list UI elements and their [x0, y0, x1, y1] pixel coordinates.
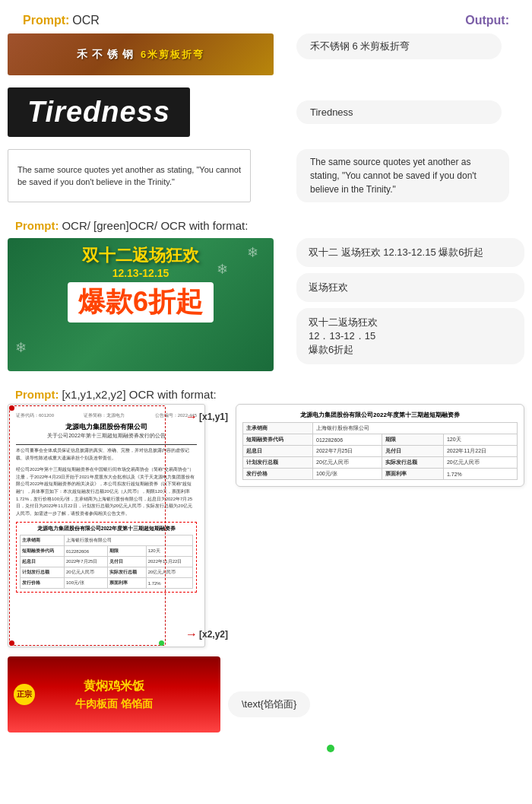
output-header: Output:	[465, 14, 509, 27]
image-col-tiredness: Tiredness	[8, 87, 289, 137]
output-bubble-quote: The same source quotes yet another as st…	[296, 149, 509, 202]
image-col-quote: The same source quotes yet another as st…	[8, 149, 289, 202]
table-cell-key: 发行价格	[243, 469, 313, 480]
table-card: 龙源电力集团股份有限公司2022年度第十三期超短期融资券 主承销商 上海银行股份…	[236, 404, 524, 487]
doc-body-text-2: 经公司2022年第十三期超短期融资券在中国银行间市场交易商协会（简称"交易商协会…	[16, 466, 197, 517]
tiredness-image: Tiredness	[8, 87, 190, 137]
output-col-tiredness: Tiredness	[296, 100, 524, 124]
row-tiredness: Tiredness Tiredness	[0, 84, 532, 140]
kfc-output3-line2: 12．13-12．15	[309, 330, 375, 342]
quote-text: The same source quotes yet another as st…	[17, 164, 241, 189]
output-col-metal: 禾不锈钢 6 米剪板折弯	[296, 33, 524, 59]
snowflake-icon: ❄	[247, 244, 258, 261]
prompt-text-2: OCR/ [green]OCR/ OCR with format:	[62, 219, 248, 232]
restaurant-top-text: 黄焖鸡米饭	[84, 678, 144, 694]
tiredness-text: Tiredness	[27, 96, 170, 129]
document-right-wrap: 龙源电力集团股份有限公司2022年度第十三期超短期融资券 主承销商 上海银行股份…	[236, 404, 524, 487]
table-row: 计划发行总额 20亿元人民币 实际发行总额 20亿元人民币	[243, 457, 518, 469]
row-metal-sign: 禾 不 锈 钢 6米剪板折弯 禾不锈钢 6 米剪板折弯	[0, 30, 532, 78]
prompt-label: Prompt:	[23, 14, 69, 27]
coord-tl-label-wrap: → [x1,y1]	[185, 410, 228, 424]
output-bubble-restaurant: \text{馅馅面}	[228, 691, 310, 717]
coord-br-label-wrap: → [x2,y2]	[185, 628, 228, 641]
section-header-2: Prompt: OCR/ [green]OCR/ OCR with format…	[0, 211, 532, 235]
kfc-date: 12.13-12.15	[112, 267, 169, 279]
table-cell-val: 20亿元人民币	[443, 457, 517, 469]
row-kfc: 双十二返场狂欢 12.13-12.15 爆款6折起 ❄ ❄ ❄ 双十二 返场狂欢…	[0, 235, 532, 374]
table-card-title: 龙源电力集团股份有限公司2022年度第十三期超短期融资券	[242, 411, 518, 419]
output-bubble-kfc-1: 双十二 返场狂欢 12.13-12.15 爆款6折起	[296, 238, 524, 267]
metal-sign-image: 禾 不 锈 钢 6米剪板折弯	[8, 33, 274, 75]
arrow-right-tl: →	[185, 410, 198, 424]
doc-subtitle: 关于公司2022年第十三期超短期融资券发行的公告	[16, 432, 197, 440]
table-cell-key: 实际发行总额	[382, 457, 443, 469]
table-cell-key: 票面利率	[382, 469, 443, 480]
kfc-image: 双十二返场狂欢 12.13-12.15 爆款6折起 ❄ ❄ ❄	[8, 238, 274, 371]
table-cell-key: 起息日	[243, 446, 313, 457]
table-row: 主承销商 上海银行股份有限公司	[243, 423, 518, 434]
table-cell-val: 100元/张	[313, 469, 382, 480]
inner-table-title: 龙源电力集团股份有限公司2022年度第十三期超短期融资券	[20, 526, 193, 532]
table-row: 发行价格 100元/张 票面利率 1.72%	[243, 469, 518, 480]
prompt-label-2: Prompt:	[15, 219, 59, 232]
output-bubble-tiredness: Tiredness	[296, 100, 502, 124]
restaurant-image-wrap: 正宗 黄焖鸡米饭 牛肉板面 馅馅面	[8, 656, 220, 732]
table-cell-val: 2022年11月22日	[443, 446, 517, 457]
table-cell-val: 120天	[443, 434, 517, 446]
restaurant-badge: 正宗	[14, 684, 35, 705]
image-col-kfc: 双十二返场狂欢 12.13-12.15 爆款6折起 ❄ ❄ ❄	[8, 238, 289, 371]
output-col-quote: The same source quotes yet another as st…	[296, 149, 524, 202]
green-dot-bottom	[327, 745, 334, 752]
row-quote: The same source quotes yet another as st…	[0, 146, 532, 205]
table-cell-key: 短期融资券代码	[243, 434, 313, 446]
table-cell-val: 1.72%	[443, 469, 517, 480]
table-cell-val: 012282606	[313, 434, 382, 446]
arrow-right-br: →	[185, 628, 198, 641]
kfc-sale-text: 爆款6折起	[78, 286, 203, 317]
table-cell-key: 计划发行总额	[243, 457, 313, 469]
prompt-label-3: Prompt:	[15, 388, 59, 401]
coord-br: [x2,y2]	[199, 629, 228, 640]
page-container: Prompt: OCR Output: 禾 不 锈 钢 6米剪板折弯 禾不锈钢 …	[0, 0, 532, 764]
table-row: 起息日 2022年7月25日 兑付日 2022年11月22日	[243, 446, 518, 457]
output-col-kfc: 双十二 返场狂欢 12.13-12.15 爆款6折起 返场狂欢 双十二返场狂欢 …	[296, 238, 524, 364]
kfc-sale: 爆款6折起	[68, 282, 214, 323]
kfc-output3-line1: 双十二返场狂欢	[309, 316, 378, 328]
document-image: 证券代码：601200 证券简称：龙源电力 公告编号：2022-445 龙源电力…	[8, 404, 205, 647]
table-cell-key: 期限	[382, 434, 443, 446]
output-label: Output:	[465, 14, 509, 27]
doc-company: 龙源电力集团股份有限公司	[16, 422, 197, 432]
detail-table: 主承销商 上海银行股份有限公司 短期融资券代码 012282606 期限 120…	[242, 422, 518, 480]
restaurant-bottom-text: 牛肉板面 馅馅面	[75, 698, 153, 711]
coord-tl: [x1,y1]	[199, 412, 228, 422]
table-cell-key: 兑付日	[382, 446, 443, 457]
output-bubble-kfc-3: 双十二返场狂欢 12．13-12．15 爆款6折起	[296, 308, 524, 364]
table-cell-val: 2022年7月25日	[313, 446, 382, 457]
corner-dot-tl	[9, 405, 14, 411]
restaurant-output-wrap: \text{馅馅面}	[228, 691, 310, 732]
output-bubble-metal: 禾不锈钢 6 米剪板折弯	[296, 33, 502, 59]
snowflake-icon-2: ❄	[217, 261, 228, 278]
section-header-3: Prompt: [x1,y1,x2,y2] OCR with format:	[0, 380, 532, 404]
table-row: 短期融资券代码 012282606 期限 120天	[243, 434, 518, 446]
kfc-output3-line3: 爆款6折起	[309, 344, 353, 355]
bottom-section: 正宗 黄焖鸡米饭 牛肉板面 馅馅面 \text{馅馅面}	[0, 653, 532, 736]
image-col-metal: 禾 不 锈 钢 6米剪板折弯	[8, 33, 289, 75]
document-image-wrap: 证券代码：601200 证券简称：龙源电力 公告编号：2022-445 龙源电力…	[8, 404, 236, 647]
corner-dot-br	[159, 640, 164, 646]
prompt-text-3: [x1,y1,x2,y2] OCR with format:	[62, 388, 216, 401]
doc-body-text: 本公司董事会全体成员保证信息披露的真实、准确、完整，并对信息披露内容的虚假记载、…	[16, 447, 197, 462]
table-cell-val: 20亿元人民币	[313, 457, 382, 469]
table-cell-val: 上海银行股份有限公司	[313, 423, 518, 434]
restaurant-image: 正宗 黄焖鸡米饭 牛肉板面 馅馅面	[8, 656, 220, 732]
document-section: 证券代码：601200 证券简称：龙源电力 公告编号：2022-445 龙源电力…	[0, 404, 532, 647]
kfc-title-main: 双十二返场狂欢	[82, 246, 199, 265]
doc-title-area: 龙源电力集团股份有限公司 关于公司2022年第十三期超短期融资券发行的公告	[16, 422, 197, 440]
quote-image: The same source quotes yet another as st…	[8, 149, 251, 202]
table-cell-key: 主承销商	[243, 423, 313, 434]
prompt-header: Prompt: OCR	[23, 14, 100, 27]
corner-dot-bl	[9, 640, 14, 646]
snowflake-icon-3: ❄	[15, 339, 27, 356]
prompt-value: OCR	[72, 14, 100, 27]
output-bubble-kfc-2: 返场狂欢	[296, 273, 524, 302]
